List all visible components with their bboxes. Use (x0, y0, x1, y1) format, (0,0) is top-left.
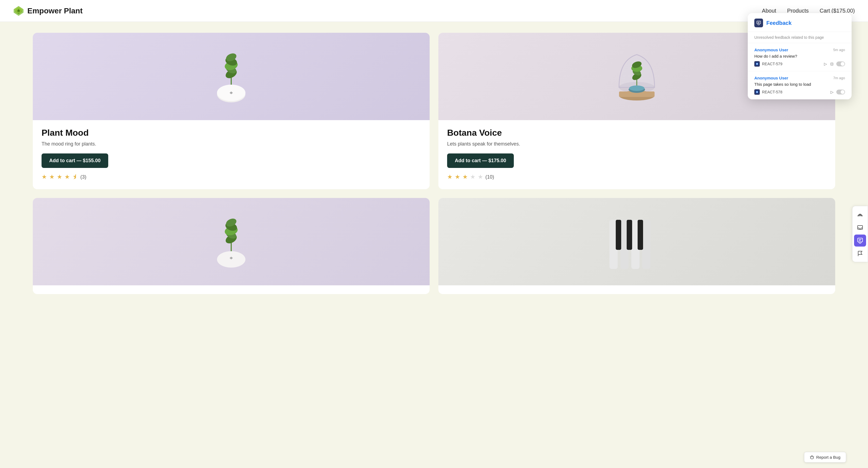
sidebar-toolbar (852, 206, 868, 262)
ticket-id-2: REACT-578 (762, 90, 782, 94)
main-content: Plant Mood The mood ring for plants. Add… (0, 22, 868, 305)
product-info-plant-mood: Plant Mood The mood ring for plants. Add… (33, 120, 430, 180)
feedback-toolbar-icon (857, 238, 863, 243)
signal-icon (857, 211, 863, 218)
feedback-panel-icon (754, 19, 763, 27)
product-desc-plant-mood: The mood ring for plants. (41, 141, 421, 147)
rating-count-botana-voice: (10) (485, 174, 494, 180)
feedback-item-1: Anonymous User 5m ago How do I add a rev… (748, 43, 851, 71)
star-1: ★ (41, 173, 47, 180)
star-2: ★ (49, 173, 55, 180)
rating-count-plant-mood: (3) (80, 174, 86, 180)
feedback-item-2-header: Anonymous User 7m ago (754, 76, 845, 80)
svg-rect-39 (858, 226, 863, 229)
star-3: ★ (462, 173, 468, 180)
feedback-time-1: 5m ago (833, 48, 845, 52)
inbox-toolbar-btn[interactable] (854, 222, 866, 233)
rating-plant-mood: ★ ★ ★ ★ ⯨ (3) (41, 173, 421, 180)
feedback-panel-svg-icon (756, 21, 761, 25)
star-4: ★ (64, 173, 70, 180)
star-5: ⯨ (72, 173, 78, 180)
ticket-actions-2: ▷ (830, 89, 845, 95)
svg-line-51 (813, 456, 814, 457)
bug-icon (810, 455, 814, 460)
product-grid: Plant Mood The mood ring for plants. Add… (33, 33, 835, 294)
ticket-play-btn-2[interactable]: ▷ (830, 89, 834, 95)
product-card-plant-mood: Plant Mood The mood ring for plants. Add… (33, 33, 430, 189)
rating-botana-voice: ★ ★ ★ ★ ★ (10) (447, 173, 827, 180)
product-desc-botana-voice: Lets plants speak for themselves. (447, 141, 827, 147)
ticket-play-btn-1[interactable]: ▷ (824, 61, 828, 67)
svg-rect-37 (627, 220, 632, 250)
botana-voice-svg (607, 38, 667, 115)
product-image-3 (33, 198, 430, 285)
report-bug-btn[interactable]: Report a Bug (804, 452, 846, 463)
product-name-botana-voice: Botana Voice (447, 128, 827, 138)
feedback-panel-subtitle: Unresolved feedback related to this page (748, 32, 851, 43)
product-image-plant-mood (33, 33, 430, 120)
svg-point-23 (629, 86, 645, 91)
flag-icon (857, 250, 863, 257)
feedback-user-1: Anonymous User (754, 47, 788, 52)
star-3: ★ (57, 173, 62, 180)
svg-rect-38 (638, 220, 643, 250)
signal-toolbar-btn[interactable] (854, 208, 866, 220)
product-3-svg (201, 203, 261, 280)
feedback-panel-header: Feedback (748, 13, 851, 32)
svg-rect-35 (642, 220, 650, 269)
svg-line-52 (810, 458, 811, 458)
feedback-ticket-2: REACT-578 ▷ (754, 89, 845, 95)
logo[interactable]: Empower Plant (13, 5, 83, 16)
star-1: ★ (447, 173, 453, 180)
add-to-cart-botana-voice[interactable]: Add to cart — $175.00 (447, 154, 514, 168)
feedback-panel-title: Feedback (766, 20, 792, 26)
feedback-item-1-header: Anonymous User 5m ago (754, 47, 845, 52)
star-5: ★ (478, 173, 483, 180)
product-4-svg (596, 203, 678, 280)
product-card-3 (33, 198, 430, 294)
feedback-message-2: This page takes so long to load (754, 82, 845, 87)
product-info-botana-voice: Botana Voice Lets plants speak for thems… (438, 120, 835, 180)
flag-toolbar-btn[interactable] (854, 248, 866, 260)
product-image-4 (438, 198, 835, 285)
svg-rect-40 (858, 238, 863, 242)
svg-rect-36 (616, 220, 621, 250)
ticket-toggle-2[interactable] (836, 90, 845, 95)
ticket-icon-2 (754, 89, 760, 95)
ticket-icon-1 (754, 61, 760, 67)
svg-line-53 (813, 458, 814, 458)
feedback-user-2: Anonymous User (754, 76, 788, 80)
ticket-image-btn-1[interactable]: ⊡ (830, 61, 834, 67)
plant-mood-svg (201, 38, 261, 115)
feedback-ticket-1: REACT-579 ▷ ⊡ (754, 61, 845, 67)
feedback-toolbar-btn[interactable] (854, 235, 866, 246)
product-name-plant-mood: Plant Mood (41, 128, 421, 138)
svg-rect-43 (757, 21, 761, 24)
add-to-cart-plant-mood[interactable]: Add to cart — $155.00 (41, 154, 108, 168)
inbox-icon (857, 225, 863, 230)
star-4: ★ (470, 173, 475, 180)
logo-text: Empower Plant (27, 6, 83, 15)
ticket-actions-1: ▷ ⊡ (824, 61, 845, 67)
jira-icon-2 (755, 90, 759, 94)
feedback-panel: Feedback Unresolved feedback related to … (748, 13, 851, 99)
feedback-message-1: How do I add a review? (754, 54, 845, 59)
ticket-toggle-1[interactable] (836, 61, 845, 66)
report-bug-label: Report a Bug (816, 455, 840, 460)
logo-icon (13, 5, 24, 16)
feedback-time-2: 7m ago (833, 76, 845, 80)
jira-icon-1 (755, 62, 759, 66)
feedback-item-2: Anonymous User 7m ago This page takes so… (748, 71, 851, 99)
ticket-id-1: REACT-579 (762, 62, 782, 66)
product-card-4 (438, 198, 835, 294)
svg-point-48 (811, 456, 813, 459)
header: Empower Plant About Products Cart ($175.… (0, 0, 868, 22)
svg-line-50 (810, 456, 811, 457)
star-2: ★ (455, 173, 460, 180)
